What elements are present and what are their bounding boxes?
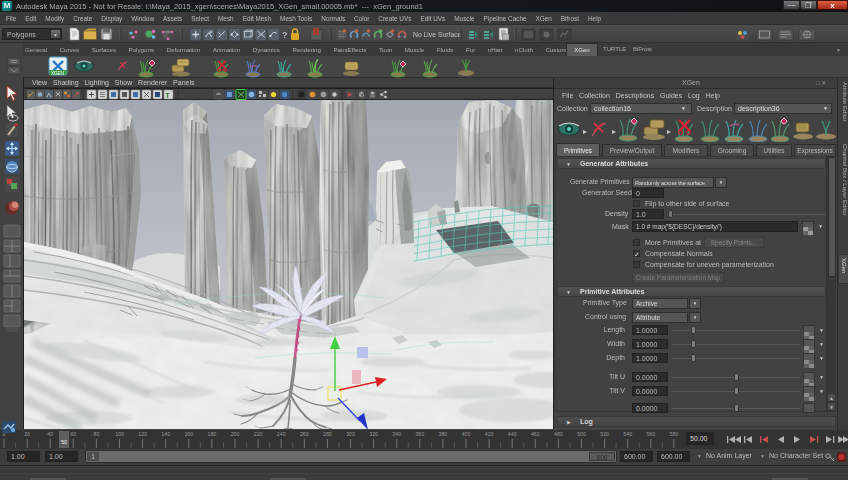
svg-text:460: 460 xyxy=(531,431,540,437)
svg-text:480: 480 xyxy=(554,431,563,437)
svg-text:80: 80 xyxy=(94,431,100,437)
svg-text:120: 120 xyxy=(138,431,147,437)
svg-text:340: 340 xyxy=(392,431,401,437)
svg-text:500: 500 xyxy=(577,431,586,437)
svg-text:380: 380 xyxy=(439,431,448,437)
svg-text:420: 420 xyxy=(485,431,494,437)
svg-text:?: ? xyxy=(282,30,288,40)
svg-text:580: 580 xyxy=(670,431,679,437)
svg-text:100: 100 xyxy=(115,431,124,437)
svg-text:50: 50 xyxy=(61,439,67,445)
svg-text:400: 400 xyxy=(462,431,471,437)
svg-text:260: 260 xyxy=(300,431,309,437)
svg-text:320: 320 xyxy=(369,431,378,437)
svg-text:160: 160 xyxy=(184,431,193,437)
svg-text:140: 140 xyxy=(161,431,170,437)
svg-text:180: 180 xyxy=(208,431,217,437)
svg-text:520: 520 xyxy=(600,431,609,437)
svg-text:220: 220 xyxy=(254,431,263,437)
svg-text:T: T xyxy=(166,92,171,99)
svg-text:280: 280 xyxy=(323,431,332,437)
svg-text:200: 200 xyxy=(231,431,240,437)
svg-text:540: 540 xyxy=(623,431,632,437)
svg-text:60: 60 xyxy=(70,431,76,437)
svg-text:240: 240 xyxy=(277,431,286,437)
svg-text:300: 300 xyxy=(346,431,355,437)
svg-text:XGEN: XGEN xyxy=(51,71,64,76)
svg-text:360: 360 xyxy=(415,431,424,437)
svg-text:20: 20 xyxy=(24,431,30,437)
svg-text:No Live Surface: No Live Surface xyxy=(413,31,462,38)
svg-text:560: 560 xyxy=(646,431,655,437)
svg-text:40: 40 xyxy=(47,431,53,437)
svg-text:440: 440 xyxy=(508,431,517,437)
